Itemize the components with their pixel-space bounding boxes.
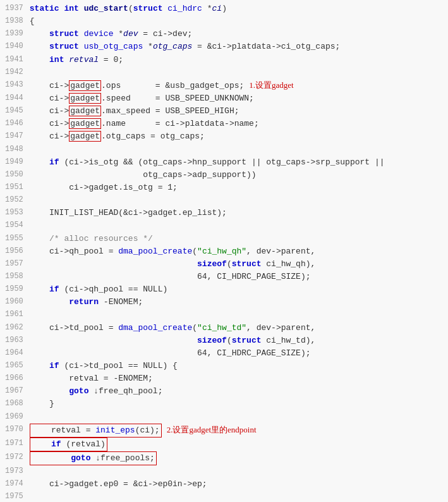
code-text: }	[30, 398, 443, 410]
code-text: goto ↓free_pools;	[30, 451, 443, 465]
line-number: 1974	[5, 478, 30, 490]
code-text	[30, 465, 443, 478]
code-line-1970: 1970 retval = init_eps(ci);2.设置gadget里的e…	[0, 424, 448, 438]
code-text: otg_caps->adp_support))	[30, 169, 443, 181]
code-text: {	[30, 15, 443, 28]
code-text	[30, 66, 443, 79]
line-number: 1970	[5, 424, 30, 436]
line-number: 1940	[5, 40, 30, 52]
code-line-1947: 1947 ci->gadget.otg_caps = otg_caps;	[0, 130, 448, 143]
code-line-1973: 1973	[0, 465, 448, 478]
code-line-1956: 1956 ci->qh_pool = dma_pool_create("ci_h…	[0, 245, 448, 258]
line-number: 1942	[5, 66, 30, 78]
code-line-1944: 1944 ci->gadget.speed = USB_SPEED_UNKNOW…	[0, 92, 448, 105]
code-text: ci->gadget.ops = &usb_gadget_ops;1.设置gad…	[30, 79, 443, 92]
code-text: INIT_LIST_HEAD(&ci->gadget.ep_list);	[30, 207, 443, 219]
code-text: ci->gadget.speed = USB_SPEED_UNKNOWN;	[30, 92, 443, 105]
code-line-1966: 1966 retval = -ENOMEM;	[0, 372, 448, 385]
line-number: 1954	[5, 219, 30, 231]
line-number: 1949	[5, 156, 30, 168]
line-number: 1971	[5, 438, 30, 450]
code-line-1937: 1937 static int udc_start(struct ci_hdrc…	[0, 3, 448, 15]
code-text: sizeof(struct ci_hw_qh),	[30, 258, 443, 271]
code-line-1975: 1975	[0, 491, 448, 502]
code-text: if (ci->td_pool == NULL) {	[30, 360, 443, 372]
code-line-1949: 1949 if (ci->is_otg && (otg_caps->hnp_su…	[0, 156, 448, 169]
line-number: 1973	[5, 465, 30, 477]
code-text	[30, 491, 443, 502]
line-number: 1952	[5, 194, 30, 206]
line-number: 1937	[5, 3, 30, 15]
code-line-1961: 1961	[0, 309, 448, 321]
line-number: 1939	[5, 28, 30, 40]
code-text: retval = -ENOMEM;	[30, 372, 443, 385]
code-line-1957: 1957 sizeof(struct ci_hw_qh),	[0, 258, 448, 271]
code-line-1948: 1948	[0, 144, 448, 156]
code-line-1946: 1946 ci->gadget.name = ci->platdata->nam…	[0, 118, 448, 130]
code-text: ci->gadget.name = ci->platdata->name;	[30, 118, 443, 130]
code-line-1953: 1953 INIT_LIST_HEAD(&ci->gadget.ep_list)…	[0, 207, 448, 219]
code-text: ci->gadget.ep0 = &ci->ep0in->ep;	[30, 478, 443, 491]
code-line-1964: 1964 64, CI_HDRC_PAGE_SIZE);	[0, 347, 448, 360]
code-text: int retval = 0;	[30, 54, 443, 66]
line-number: 1956	[5, 245, 30, 257]
code-text: ci->gadget.otg_caps = otg_caps;	[30, 130, 443, 143]
code-text	[30, 219, 443, 232]
code-text: if (ci->is_otg && (otg_caps->hnp_support…	[30, 156, 443, 169]
line-number: 1948	[5, 144, 30, 156]
code-line-1941: 1941 int retval = 0;	[0, 54, 448, 66]
code-line-1960: 1960 return -ENOMEM;	[0, 296, 448, 309]
code-text: ci->td_pool = dma_pool_create("ci_hw_td"…	[30, 322, 443, 334]
code-line-1967: 1967 goto ↓free_qh_pool;	[0, 385, 448, 398]
code-line-1952: 1952	[0, 194, 448, 207]
line-number: 1943	[5, 79, 30, 91]
code-line-1963: 1963 sizeof(struct ci_hw_td),	[0, 334, 448, 347]
line-number: 1964	[5, 347, 30, 359]
code-line-1942: 1942	[0, 66, 448, 79]
line-number: 1941	[5, 54, 30, 66]
line-number: 1963	[5, 334, 30, 346]
code-text	[30, 411, 443, 424]
code-line-1968: 1968 }	[0, 398, 448, 410]
code-text: 64, CI_HDRC_PAGE_SIZE);	[30, 271, 443, 283]
code-text: if (ci->qh_pool == NULL)	[30, 283, 443, 296]
line-number: 1938	[5, 15, 30, 27]
code-line-1958: 1958 64, CI_HDRC_PAGE_SIZE);	[0, 271, 448, 283]
line-number: 1953	[5, 207, 30, 219]
code-text: /* alloc resources */	[30, 233, 443, 245]
code-line-1940: 1940 struct usb_otg_caps *otg_caps = &ci…	[0, 40, 448, 53]
code-text: return -ENOMEM;	[30, 296, 443, 309]
line-number: 1947	[5, 130, 30, 142]
code-line-1950: 1950 otg_caps->adp_support))	[0, 169, 448, 181]
code-text	[30, 194, 443, 207]
code-line-1954: 1954	[0, 219, 448, 232]
code-text: struct usb_otg_caps *otg_caps = &ci->pla…	[30, 40, 443, 53]
line-number: 1965	[5, 360, 30, 372]
line-number: 1975	[5, 491, 30, 502]
code-text: 64, CI_HDRC_PAGE_SIZE);	[30, 347, 443, 360]
code-line-1969: 1969	[0, 411, 448, 424]
line-number: 1960	[5, 296, 30, 308]
line-number: 1958	[5, 271, 30, 283]
code-text: struct device *dev = ci->dev;	[30, 28, 443, 40]
line-number: 1972	[5, 451, 30, 463]
code-line-1939: 1939 struct device *dev = ci->dev;	[0, 28, 448, 40]
code-text: if (retval)	[30, 438, 443, 451]
code-line-1938: 1938 {	[0, 15, 448, 28]
line-number: 1966	[5, 372, 30, 384]
code-text: ci->qh_pool = dma_pool_create("ci_hw_qh"…	[30, 245, 443, 258]
line-number: 1957	[5, 258, 30, 270]
code-line-1943: 1943 ci->gadget.ops = &usb_gadget_ops;1.…	[0, 79, 448, 92]
code-text	[30, 144, 443, 156]
line-number: 1969	[5, 411, 30, 423]
line-number: 1944	[5, 92, 30, 104]
line-number: 1959	[5, 283, 30, 295]
line-number: 1968	[5, 398, 30, 410]
code-line-1951: 1951 ci->gadget.is_otg = 1;	[0, 181, 448, 194]
line-number: 1955	[5, 233, 30, 245]
code-line-1962: 1962 ci->td_pool = dma_pool_create("ci_h…	[0, 322, 448, 334]
line-number: 1951	[5, 181, 30, 193]
code-viewer: 1937 static int udc_start(struct ci_hdrc…	[0, 0, 448, 502]
code-line-1965: 1965 if (ci->td_pool == NULL) {	[0, 360, 448, 372]
line-number: 1950	[5, 169, 30, 181]
